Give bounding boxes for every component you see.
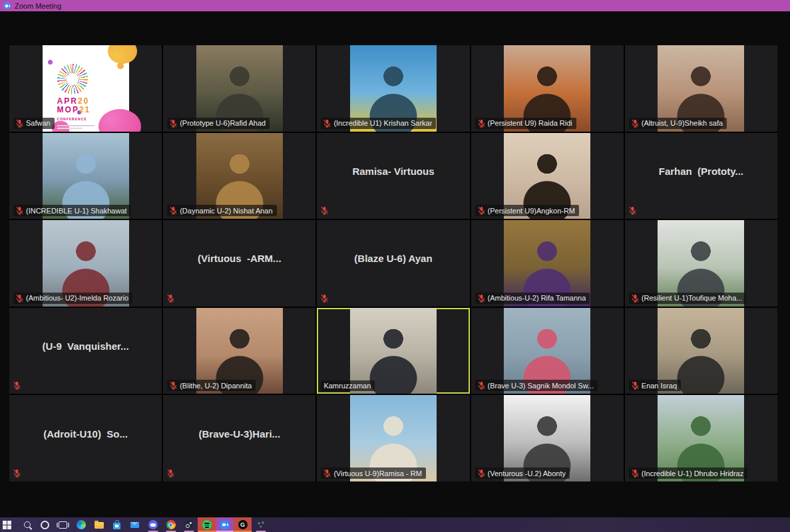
participant-tile[interactable]: (Virtuous U-9)Ramisa - RM — [317, 395, 469, 481]
taskbar-spotify-button[interactable] — [198, 517, 216, 532]
participant-name: (Incredible U-1) Dhrubo Hridraz — [642, 469, 743, 477]
taskbar-edge-button[interactable] — [72, 517, 90, 532]
taskbar-task-view-button[interactable] — [54, 517, 72, 532]
participant-name-label: (Resilient U-1)Toufique Moha... — [629, 293, 747, 304]
participant-tile[interactable]: (Brave-U-3)Hari... — [163, 395, 315, 481]
participant-name-label — [13, 380, 21, 391]
participant-tile[interactable]: (Daynamic U-2) Nishat Anan — [163, 133, 315, 219]
taskbar-cortana-button[interactable] — [36, 517, 54, 532]
participant-name-label — [321, 293, 328, 304]
logo-text: APR20MOP21CONFERENCE — [57, 97, 95, 129]
participant-tile[interactable]: (Prototype U-6)Rafid Ahad — [163, 45, 315, 132]
muted-mic-icon — [321, 206, 328, 215]
participant-tile[interactable]: (Incredible U1) Krishan Sarkar — [317, 45, 469, 132]
participant-tile[interactable]: (Altruist, U-9)Sheikh safa — [625, 45, 777, 132]
conference-logo-slide: APR20MOP21CONFERENCE — [43, 45, 129, 132]
zoom-icon — [220, 521, 229, 529]
taskbar — [0, 517, 790, 532]
participant-name: Enan Israq — [642, 382, 677, 390]
muted-mic-icon — [170, 206, 177, 215]
participant-tile[interactable]: Enan Israq — [625, 308, 777, 394]
muted-mic-icon — [478, 469, 485, 477]
participant-name-label: (Prototype U-6)Rafid Ahad — [167, 118, 270, 129]
muted-mic-icon — [632, 469, 639, 477]
muted-mic-icon — [478, 119, 485, 128]
participant-name: (Daynamic U-2) Nishat Anan — [180, 207, 272, 215]
participant-tile[interactable]: (Ambitious-U-2) Rifa Tamanna — [471, 220, 624, 307]
participant-name: (Resilient U-1)Toufique Moha... — [642, 294, 743, 302]
participant-tile[interactable]: (Virtuous -ARM... — [163, 220, 315, 307]
participant-name-label — [167, 293, 174, 304]
participant-name: (Brave U-3) Sagnik Mondol Sw... — [488, 382, 594, 390]
chrome-icon — [166, 520, 176, 529]
participant-tile[interactable]: (Adroit-U10) So... — [9, 395, 162, 481]
participant-center-name: Ramisa- Virtuous — [341, 166, 445, 177]
participant-name: (Prototype U-6)Rafid Ahad — [180, 119, 266, 127]
participant-tile[interactable]: (Persistent U9) Raida Ridi — [471, 45, 624, 132]
participant-name-label: (Blithe, U-2) Dipannita — [167, 380, 256, 391]
participant-tile[interactable]: Kamruzzaman — [317, 308, 469, 394]
muted-mic-icon — [16, 119, 23, 128]
taskbar-microsoft-store-button[interactable] — [108, 517, 126, 532]
participant-name-label — [629, 205, 636, 216]
participant-tile[interactable]: (Persistent U9)Angkon-RM — [471, 133, 624, 219]
logo-starburst-icon — [57, 64, 88, 94]
participant-tile[interactable]: (Resilient U-1)Toufique Moha... — [625, 220, 777, 307]
participant-tile[interactable]: (Blaze U-6) Ayan — [317, 220, 469, 307]
logo-blob-decoration — [48, 60, 53, 65]
participant-center-name: (Blaze U-6) Ayan — [343, 253, 443, 264]
participant-name: (Persistent U9)Angkon-RM — [488, 207, 575, 215]
muted-mic-icon — [478, 206, 485, 215]
taskbar-start-button[interactable] — [0, 517, 18, 532]
mail-icon — [130, 522, 139, 528]
logo-blob-decoration — [117, 63, 124, 69]
taskbar-steam-button[interactable] — [180, 517, 198, 532]
taskbar-mail-button[interactable] — [126, 517, 144, 532]
participant-name: (Ambitious-U-2) Rifa Tamanna — [488, 294, 586, 302]
background-app-icon — [257, 521, 265, 529]
cortana-icon — [41, 521, 49, 529]
window-title: Zoom Meeting — [15, 2, 61, 10]
participant-name-label — [321, 205, 328, 216]
participant-name: (Altruist, U-9)Sheikh safa — [642, 119, 723, 127]
muted-mic-icon — [170, 119, 177, 128]
participant-name-label — [13, 467, 21, 479]
participant-tile[interactable]: (Blithe, U-2) Dipannita — [163, 308, 315, 394]
participant-tile[interactable]: (Brave U-3) Sagnik Mondol Sw... — [471, 308, 624, 394]
participant-name-label: (Persistent U9) Raida Ridi — [475, 118, 576, 129]
participant-name: (INCREDIBLE U-1) Shakhawat — [26, 207, 127, 215]
file-explorer-icon — [95, 522, 104, 529]
task-view-icon — [59, 521, 67, 529]
discord-icon — [148, 520, 158, 529]
participant-name-label: Kamruzzaman — [321, 380, 375, 391]
participant-tile[interactable]: (Incredible U-1) Dhrubo Hridraz — [625, 395, 777, 481]
participant-tile[interactable]: Farhan (Prototy... — [625, 133, 777, 219]
taskbar-discord-button[interactable] — [144, 517, 162, 532]
participant-tile[interactable]: APR20MOP21CONFERENCE Safwan — [9, 45, 162, 132]
participant-center-name: (Virtuous -ARM... — [187, 253, 292, 264]
microsoft-store-icon — [113, 523, 120, 529]
participant-tile[interactable]: (U-9 Vanquisher... — [9, 308, 162, 394]
window-titlebar[interactable]: Zoom Meeting — [0, 0, 790, 11]
participant-center-name: (Adroit-U10) So... — [33, 428, 138, 440]
participant-grid: APR20MOP21CONFERENCE Safwan (Prototyp — [9, 45, 777, 481]
edge-icon — [77, 520, 86, 529]
participant-name-label: Enan Israq — [629, 380, 681, 391]
muted-mic-icon — [167, 294, 174, 303]
muted-mic-icon — [478, 381, 485, 390]
taskbar-file-explorer-button[interactable] — [90, 517, 108, 532]
participant-tile[interactable]: (Venturous -U.2) Abonty — [471, 395, 624, 481]
participant-tile[interactable]: (INCREDIBLE U-1) Shakhawat — [9, 133, 162, 219]
taskbar-search-button[interactable] — [18, 517, 36, 532]
muted-mic-icon — [16, 294, 23, 303]
steam-icon — [184, 520, 194, 529]
taskbar-g-app-button[interactable] — [234, 517, 252, 532]
participant-center-name: (Brave-U-3)Hari... — [188, 428, 292, 440]
taskbar-background-app-button[interactable] — [252, 517, 270, 532]
taskbar-zoom-button[interactable] — [216, 517, 234, 532]
logo-blob-decoration — [108, 45, 137, 64]
participant-tile[interactable]: (Ambitious- U2)-Imelda Rozario — [9, 220, 162, 307]
participant-center-name: Farhan (Prototy... — [648, 166, 754, 177]
participant-tile[interactable]: Ramisa- Virtuous — [317, 133, 469, 219]
taskbar-chrome-button[interactable] — [162, 517, 180, 532]
